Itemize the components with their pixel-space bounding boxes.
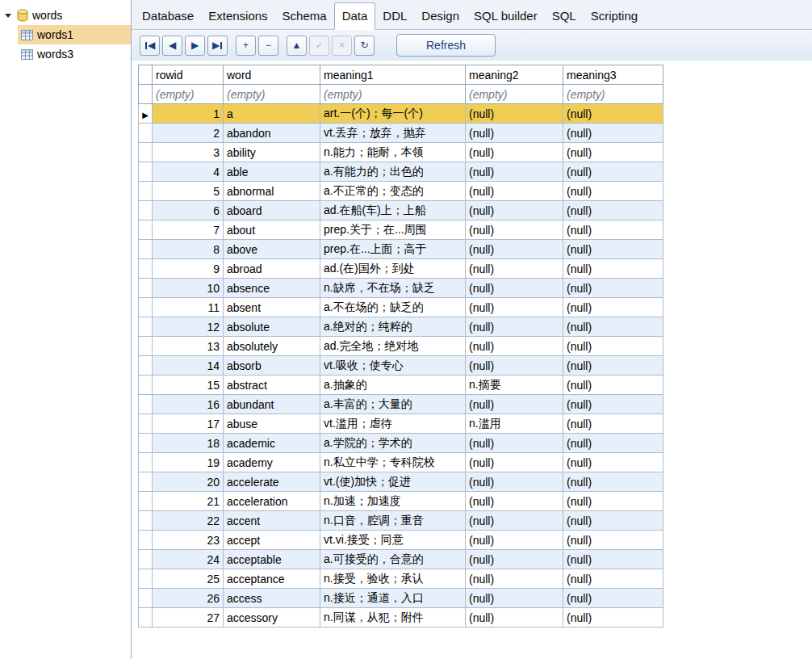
cell-meaning3[interactable]: (null) [563, 608, 663, 628]
cell-meaning2[interactable]: (null) [466, 162, 563, 182]
cell-word[interactable]: able [224, 162, 320, 182]
menu-item-data[interactable]: Data [334, 2, 376, 30]
menu-item-database[interactable]: Database [135, 3, 201, 29]
cell-word[interactable]: absent [224, 298, 320, 317]
table-row[interactable]: 13absolutelyad.完全地；绝对地(null)(null) [139, 337, 663, 356]
table-row[interactable]: 17abusevt.滥用；虐待n.滥用(null) [139, 414, 663, 434]
cell-meaning2[interactable]: (null) [466, 143, 563, 162]
menu-item-scripting[interactable]: Scripting [584, 3, 645, 29]
cell-meaning3[interactable]: (null) [563, 531, 663, 550]
cell-meaning3[interactable]: (null) [563, 550, 663, 569]
table-row[interactable]: 24acceptablea.可接受的，合意的(null)(null) [139, 550, 663, 569]
cell-rowid[interactable]: 8 [153, 240, 224, 259]
cell-meaning2[interactable]: (null) [466, 201, 563, 220]
cell-rowid[interactable]: 25 [153, 569, 224, 589]
filter-cell-meaning1[interactable]: (empty) [320, 85, 466, 104]
cell-rowid[interactable]: 19 [153, 453, 224, 472]
cell-word[interactable]: acceleration [224, 492, 320, 511]
cell-rowid[interactable]: 12 [153, 317, 224, 337]
cell-rowid[interactable]: 7 [153, 220, 224, 240]
cell-word[interactable]: a [224, 104, 320, 124]
filter-cell-rowid[interactable]: (empty) [153, 85, 224, 104]
cell-meaning2[interactable]: (null) [466, 569, 563, 589]
column-header-meaning3[interactable]: meaning3 [563, 65, 663, 85]
cell-meaning2[interactable]: (null) [466, 453, 563, 472]
column-header-meaning2[interactable]: meaning2 [466, 65, 563, 85]
cell-meaning3[interactable]: (null) [563, 356, 663, 376]
cell-rowid[interactable]: 15 [153, 376, 224, 395]
cell-meaning1[interactable]: a.学院的；学术的 [320, 434, 466, 453]
edit-record-button[interactable]: ▲ [287, 36, 307, 56]
cell-word[interactable]: access [224, 589, 320, 608]
cell-rowid[interactable]: 16 [153, 395, 224, 414]
cell-meaning3[interactable]: (null) [563, 492, 663, 511]
menu-item-ddl[interactable]: DDL [375, 3, 414, 29]
cell-meaning2[interactable]: (null) [466, 259, 563, 279]
cell-meaning3[interactable]: (null) [563, 182, 663, 201]
cell-meaning2[interactable]: n.摘要 [466, 376, 563, 395]
cell-meaning1[interactable]: prep.关于；在...周围 [320, 220, 466, 240]
cell-meaning3[interactable]: (null) [563, 104, 663, 124]
cell-meaning2[interactable]: (null) [466, 356, 563, 376]
tree-expander-icon[interactable] [5, 14, 11, 18]
cell-meaning3[interactable]: (null) [563, 201, 663, 220]
cell-meaning2[interactable]: (null) [466, 104, 563, 124]
cell-meaning3[interactable]: (null) [563, 395, 663, 414]
cell-meaning3[interactable]: (null) [563, 453, 663, 472]
cell-meaning2[interactable]: (null) [466, 124, 563, 143]
cell-meaning3[interactable]: (null) [563, 317, 663, 337]
cell-meaning1[interactable]: vt.滥用；虐待 [320, 414, 466, 434]
cell-meaning1[interactable]: n.私立中学；专科院校 [320, 453, 466, 472]
cell-rowid[interactable]: 21 [153, 492, 224, 511]
cell-rowid[interactable]: 26 [153, 589, 224, 608]
cell-word[interactable]: abroad [224, 259, 320, 279]
cell-word[interactable]: absolute [224, 317, 320, 337]
cell-meaning2[interactable]: (null) [466, 434, 563, 453]
refresh-record-button[interactable]: ↻ [354, 36, 375, 56]
column-header-word[interactable]: word [224, 65, 320, 85]
cell-meaning1[interactable]: art.一(个)；每一(个) [320, 104, 466, 124]
cancel-edit-button[interactable]: × [332, 36, 352, 56]
cell-rowid[interactable]: 9 [153, 259, 224, 279]
cell-meaning2[interactable]: (null) [466, 220, 563, 240]
insert-record-button[interactable]: + [236, 36, 256, 56]
cell-rowid[interactable]: 20 [153, 472, 224, 492]
table-row[interactable]: 8aboveprep.在...上面；高于(null)(null) [139, 240, 663, 259]
cell-meaning2[interactable]: (null) [466, 337, 563, 356]
filter-cell-meaning2[interactable]: (empty) [466, 85, 563, 104]
cell-rowid[interactable]: 27 [153, 608, 224, 628]
cell-meaning3[interactable]: (null) [563, 569, 663, 589]
next-record-button[interactable]: ▶ [185, 36, 205, 56]
cell-meaning1[interactable]: vt.吸收；使专心 [320, 356, 466, 376]
cell-meaning3[interactable]: (null) [563, 414, 663, 434]
cell-word[interactable]: above [224, 240, 320, 259]
table-row[interactable]: 22accentn.口音，腔调；重音(null)(null) [139, 511, 663, 531]
cell-rowid[interactable]: 4 [153, 162, 224, 182]
table-row[interactable]: 19academyn.私立中学；专科院校(null)(null) [139, 453, 663, 472]
menu-item-sql-builder[interactable]: SQL builder [467, 3, 545, 29]
cell-word[interactable]: abandon [224, 124, 320, 143]
table-row[interactable]: 3abilityn.能力；能耐，本领(null)(null) [139, 143, 663, 162]
cell-meaning3[interactable]: (null) [563, 220, 663, 240]
cell-meaning1[interactable]: n.加速；加速度 [320, 492, 466, 511]
table-row[interactable]: ▶1aart.一(个)；每一(个)(null)(null) [139, 104, 663, 124]
table-row[interactable]: 16abundanta.丰富的；大量的(null)(null) [139, 395, 663, 414]
cell-meaning1[interactable]: ad.在船(车)上；上船 [320, 201, 466, 220]
cell-word[interactable]: accent [224, 511, 320, 531]
prior-record-button[interactable]: ◀ [162, 36, 182, 56]
cell-rowid[interactable]: 3 [153, 143, 224, 162]
menu-item-schema[interactable]: Schema [275, 3, 334, 29]
cell-meaning3[interactable]: (null) [563, 337, 663, 356]
cell-meaning3[interactable]: (null) [563, 589, 663, 608]
filter-cell-word[interactable]: (empty) [224, 85, 320, 104]
cell-rowid[interactable]: 18 [153, 434, 224, 453]
cell-meaning3[interactable]: (null) [563, 376, 663, 395]
column-header-meaning1[interactable]: meaning1 [320, 65, 466, 85]
cell-rowid[interactable]: 13 [153, 337, 224, 356]
table-row[interactable]: 21accelerationn.加速；加速度(null)(null) [139, 492, 663, 511]
cell-meaning1[interactable]: vt.丢弃；放弃，抛弃 [320, 124, 466, 143]
cell-meaning3[interactable]: (null) [563, 162, 663, 182]
cell-meaning1[interactable]: vt.(使)加快；促进 [320, 472, 466, 492]
cell-meaning3[interactable]: (null) [563, 511, 663, 531]
cell-meaning2[interactable]: (null) [466, 240, 563, 259]
